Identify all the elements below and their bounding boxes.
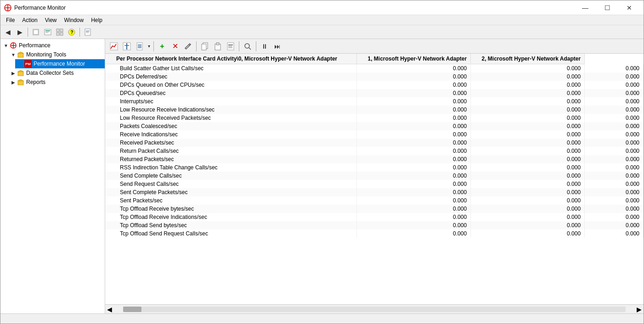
- metric-value-0: 0.000: [357, 213, 471, 221]
- svg-rect-26: [18, 81, 23, 85]
- ct-pause[interactable]: ⏸: [259, 40, 271, 52]
- metric-value-2: 0.000: [585, 229, 644, 238]
- help-button[interactable]: ?: [66, 27, 77, 38]
- expand-performance[interactable]: ▼: [2, 42, 10, 49]
- ct-properties[interactable]: [134, 40, 146, 52]
- metric-value-0: 0.000: [357, 114, 471, 122]
- reports-icon: [17, 78, 24, 86]
- forward-button[interactable]: ▶: [14, 27, 25, 38]
- table-row: RSS Indirection Table Change Calls/sec0.…: [105, 163, 644, 172]
- svg-rect-43: [228, 46, 232, 47]
- table-row: Tcp Offload Receive bytes/sec0.0000.0000…: [105, 205, 644, 213]
- svg-rect-42: [228, 45, 233, 45]
- metric-name: Packets Coalesced/sec: [105, 122, 357, 130]
- ct-edit[interactable]: [182, 40, 194, 52]
- table-row: DPCs Queued on Other CPUs/sec0.0000.0000…: [105, 81, 644, 89]
- menu-action[interactable]: Action: [18, 16, 41, 24]
- ct-next[interactable]: ⏭: [271, 40, 283, 52]
- metric-value-1: 0.000: [471, 205, 585, 213]
- svg-rect-18: [86, 33, 89, 33]
- horizontal-scrollbar[interactable]: ◀ ▶: [105, 304, 644, 313]
- sidebar-item-data-collector-sets[interactable]: ▶ Data Collector Sets: [8, 68, 105, 78]
- status-bar: [0, 313, 644, 324]
- svg-rect-16: [86, 31, 90, 31]
- metric-name: Sent Complete Packets/sec: [105, 188, 357, 196]
- back-button[interactable]: ◀: [2, 27, 13, 38]
- report-button[interactable]: [82, 27, 93, 38]
- metric-value-1: 0.000: [471, 188, 585, 196]
- metric-value-1: 0.000: [471, 139, 585, 147]
- col-header-v2[interactable]: 2, Microsoft Hyper-V Network Adapter: [471, 54, 585, 64]
- svg-line-36: [189, 45, 190, 45]
- svg-marker-23: [18, 52, 23, 53]
- metric-value-0: 0.000: [357, 229, 471, 238]
- maximize-button[interactable]: ☐: [597, 0, 618, 15]
- metric-value-2: 0.000: [585, 213, 644, 221]
- ct-add[interactable]: +: [156, 40, 168, 52]
- expand-monitoring-tools[interactable]: ▼: [10, 51, 17, 58]
- sidebar-item-performance[interactable]: ▼ Performance: [0, 41, 105, 50]
- metric-value-0: 0.000: [357, 221, 471, 229]
- ct-dropdown[interactable]: ▾: [147, 40, 151, 52]
- table-row: Send Request Calls/sec0.0000.0000.000: [105, 180, 644, 188]
- svg-rect-35: [138, 47, 141, 48]
- main-area: ▼ Performance ▼: [0, 39, 644, 313]
- table-row: Sent Packets/sec0.0000.0000.000: [105, 196, 644, 205]
- data-area[interactable]: Per Processor Network Interface Card Act…: [105, 54, 644, 304]
- console-button[interactable]: [42, 27, 53, 38]
- minimize-button[interactable]: —: [575, 0, 596, 15]
- menu-help[interactable]: Help: [87, 16, 106, 24]
- svg-rect-40: [216, 43, 219, 45]
- col-header-v1[interactable]: 1, Microsoft Hyper-V Network Adapter: [357, 54, 471, 64]
- metric-value-1: 0.000: [471, 130, 585, 139]
- svg-rect-6: [45, 30, 50, 31]
- col-header-metric[interactable]: Per Processor Network Interface Card Act…: [105, 54, 357, 64]
- metric-value-2: 0.000: [585, 147, 644, 155]
- scroll-right-arrow[interactable]: ▶: [635, 306, 644, 313]
- scroll-left-arrow[interactable]: ◀: [105, 306, 114, 313]
- ct-paste[interactable]: [212, 40, 224, 52]
- sidebar-item-reports[interactable]: ▶ Reports: [8, 78, 105, 87]
- ct-view-report[interactable]: [225, 40, 237, 52]
- metric-value-0: 0.000: [357, 89, 471, 97]
- metric-value-2: 0.000: [585, 64, 644, 73]
- table-row: Interrupts/sec0.0000.0000.000: [105, 97, 644, 106]
- metric-name: Send Complete Calls/sec: [105, 172, 357, 180]
- sidebar-item-monitoring-tools[interactable]: ▼ Monitoring Tools: [8, 50, 105, 59]
- ct-delete[interactable]: ✕: [169, 40, 181, 52]
- metric-value-0: 0.000: [357, 147, 471, 155]
- menu-window[interactable]: Window: [61, 16, 88, 24]
- ct-freeze[interactable]: [121, 40, 133, 52]
- metric-value-2: 0.000: [585, 180, 644, 188]
- svg-rect-4: [34, 30, 38, 34]
- metric-value-0: 0.000: [357, 122, 471, 130]
- toolbar-separator-1: [28, 28, 28, 37]
- menu-file[interactable]: File: [2, 16, 18, 24]
- sidebar-item-performance-monitor[interactable]: PM Performance Monitor: [15, 59, 105, 68]
- ct-view-graph[interactable]: [108, 40, 120, 52]
- metric-value-1: 0.000: [471, 114, 585, 122]
- data-collector-icon: [17, 69, 24, 77]
- metric-value-1: 0.000: [471, 155, 585, 163]
- svg-rect-38: [202, 44, 206, 50]
- view-button[interactable]: [54, 27, 65, 38]
- menu-view[interactable]: View: [41, 16, 61, 24]
- ct-zoom[interactable]: [242, 40, 254, 52]
- scroll-thumb[interactable]: [123, 307, 141, 312]
- svg-marker-27: [18, 79, 23, 81]
- close-button[interactable]: ✕: [619, 0, 640, 15]
- metrics-table: Per Processor Network Interface Card Act…: [105, 54, 644, 238]
- expand-reports[interactable]: ▶: [10, 78, 17, 86]
- monitoring-tools-label: Monitoring Tools: [26, 51, 66, 58]
- up-button[interactable]: [30, 27, 41, 38]
- metric-value-1: 0.000: [471, 229, 585, 238]
- metric-value-2: 0.000: [585, 163, 644, 172]
- metric-value-0: 0.000: [357, 205, 471, 213]
- metric-value-1: 0.000: [471, 172, 585, 180]
- ct-sep-4: [256, 41, 256, 51]
- metric-value-2: 0.000: [585, 130, 644, 139]
- content-toolbar: ▾ + ✕: [105, 39, 644, 54]
- ct-copy[interactable]: [199, 40, 211, 52]
- expand-data-collector-sets[interactable]: ▶: [10, 69, 17, 77]
- metric-value-2: 0.000: [585, 97, 644, 106]
